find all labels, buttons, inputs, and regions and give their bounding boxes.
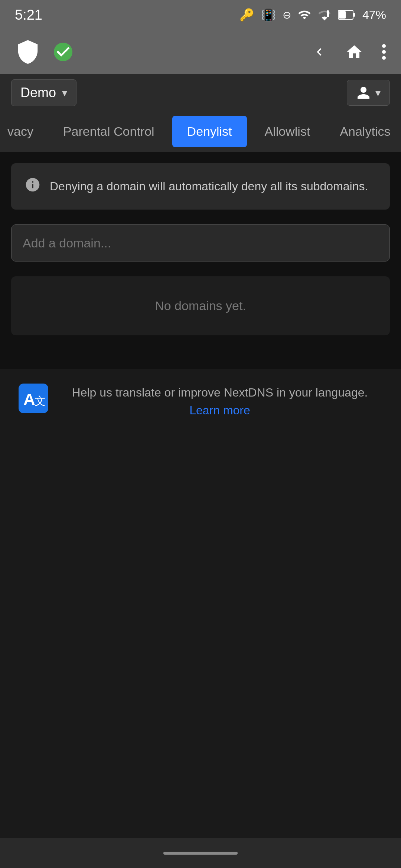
svg-point-6 <box>382 56 386 60</box>
dnd-icon: ⊖ <box>283 9 291 21</box>
profile-dropdown-arrow: ▾ <box>62 87 67 99</box>
tab-analytics[interactable]: Analytics <box>325 111 401 152</box>
tab-parental-control[interactable]: Parental Control <box>48 111 169 152</box>
nav-right <box>312 43 386 61</box>
svg-rect-0 <box>327 10 329 17</box>
vibrate-icon: 📳 <box>261 8 276 22</box>
svg-point-4 <box>382 44 386 48</box>
learn-more-link[interactable]: Learn more <box>189 404 250 417</box>
shield-icon <box>15 39 41 65</box>
verified-icon <box>52 41 74 63</box>
account-button[interactable]: ▾ <box>347 80 390 106</box>
key-icon: 🔑 <box>239 8 254 22</box>
empty-state: No domains yet. <box>11 276 390 335</box>
svg-rect-3 <box>353 13 355 17</box>
svg-text:文: 文 <box>35 395 46 407</box>
svg-text:A: A <box>23 390 35 408</box>
domain-input-container[interactable] <box>11 224 390 262</box>
more-options-button[interactable] <box>382 43 386 61</box>
battery-icon <box>338 9 356 20</box>
nav-bar <box>0 30 401 74</box>
status-icons: 🔑 📳 ⊖ 47% <box>239 8 386 22</box>
tab-allowlist[interactable]: Allowlist <box>250 111 325 152</box>
account-icon <box>356 85 371 100</box>
translation-text: Help us translate or improve NextDNS in … <box>72 386 368 417</box>
wifi-icon <box>298 8 311 22</box>
profile-selector[interactable]: Demo ▾ <box>11 79 76 106</box>
translate-icon: A 文 <box>19 384 48 413</box>
info-icon <box>25 177 41 196</box>
signal-icon <box>318 8 331 22</box>
info-banner-text: Denying a domain will automatically deny… <box>50 178 368 195</box>
info-banner: Denying a domain will automatically deny… <box>11 163 390 210</box>
home-indicator <box>163 852 238 855</box>
tab-privacy[interactable]: vacy <box>0 111 48 152</box>
account-dropdown-arrow: ▾ <box>375 87 381 99</box>
tab-denylist[interactable]: Denylist <box>172 116 247 147</box>
domain-input[interactable] <box>23 236 378 250</box>
main-content: Denying a domain will automatically deny… <box>0 152 401 369</box>
home-button[interactable] <box>345 43 363 61</box>
battery-percentage: 47% <box>362 8 386 22</box>
header: Demo ▾ ▾ <box>0 74 401 111</box>
tab-bar: vacy Parental Control Denylist Allowlist… <box>0 111 401 152</box>
svg-rect-2 <box>339 11 346 19</box>
nav-left <box>15 39 74 65</box>
svg-point-5 <box>382 50 386 54</box>
back-button[interactable] <box>312 45 327 59</box>
empty-state-text: No domains yet. <box>155 299 246 313</box>
status-time: 5:21 <box>15 7 42 23</box>
translation-banner: A 文 Help us translate or improve NextDNS… <box>11 369 390 434</box>
profile-name: Demo <box>20 85 56 101</box>
status-bar: 5:21 🔑 📳 ⊖ 47% <box>0 0 401 30</box>
bottom-bar <box>0 838 401 868</box>
translation-text-container: Help us translate or improve NextDNS in … <box>57 384 382 419</box>
